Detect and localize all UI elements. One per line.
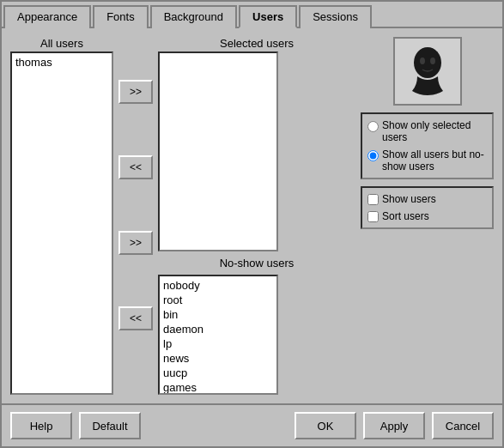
list-item[interactable]: news [161, 351, 275, 366]
list-item[interactable]: uucp [161, 366, 275, 380]
selected-users-list[interactable] [158, 51, 278, 251]
checkbox-sort-users[interactable] [367, 211, 379, 222]
svg-point-1 [420, 58, 425, 64]
tab-users[interactable]: Users [239, 5, 297, 28]
bottom-right-buttons: OK Apply Cancel [295, 412, 494, 439]
radio-show-selected-input[interactable] [367, 121, 379, 132]
radio-group: Show only selected users Show all users … [361, 112, 494, 179]
cancel-button[interactable]: Cancel [432, 412, 494, 439]
all-users-list[interactable]: thomas [10, 51, 113, 395]
no-show-list[interactable]: nobody root bin daemon lp news uucp game… [158, 275, 278, 395]
list-item[interactable]: daemon [161, 322, 275, 336]
checkbox-show-users[interactable] [367, 194, 379, 205]
default-button[interactable]: Default [79, 412, 141, 439]
tab-appearance[interactable]: Appearance [3, 5, 91, 28]
no-show-label: No-show users [220, 257, 295, 269]
bottom-bar: Help Default OK Apply Cancel [2, 403, 502, 446]
tab-sessions[interactable]: Sessions [299, 5, 372, 28]
svg-point-0 [414, 47, 441, 78]
list-item[interactable]: nobody [161, 278, 275, 293]
ok-button[interactable]: OK [295, 412, 356, 439]
list-item[interactable]: bin [161, 307, 275, 322]
add-to-noshow-button[interactable]: >> [118, 231, 153, 255]
all-users-column: All users thomas [10, 37, 113, 395]
selected-arrows: >> << >> << [118, 37, 153, 395]
columns-wrapper: All users thomas >> << >> << [10, 37, 494, 395]
selected-users-label: Selected users [220, 37, 294, 50]
all-users-label: All users [40, 37, 83, 50]
selected-users-section: Selected users [158, 37, 355, 251]
radio-show-selected[interactable]: Show only selected users [367, 119, 487, 143]
apply-button[interactable]: Apply [363, 412, 425, 439]
checkbox-show-users-label[interactable]: Show users [367, 193, 487, 205]
tab-fonts[interactable]: Fonts [93, 5, 149, 28]
content-area: All users thomas >> << >> << [2, 28, 502, 403]
list-item[interactable]: root [161, 293, 275, 307]
svg-point-2 [430, 58, 435, 64]
list-item[interactable]: games [161, 380, 275, 395]
center-column: Selected users No-show users nobody root… [158, 37, 355, 395]
no-show-section: No-show users nobody root bin daemon lp … [158, 257, 355, 395]
remove-from-selected-button[interactable]: << [118, 155, 153, 179]
checkbox-sort-users-label[interactable]: Sort users [367, 210, 487, 222]
checkbox-group: Show users Sort users [361, 186, 494, 229]
remove-from-noshow-button[interactable]: << [118, 306, 153, 330]
help-button[interactable]: Help [10, 412, 72, 439]
list-item[interactable]: thomas [14, 55, 110, 70]
list-item[interactable]: lp [161, 336, 275, 351]
tab-background[interactable]: Background [150, 5, 237, 28]
right-column: Show only selected users Show all users … [361, 37, 494, 395]
tab-bar: Appearance Fonts Background Users Sessio… [2, 2, 502, 28]
radio-show-all[interactable]: Show all users but no-show users [367, 148, 487, 173]
bottom-left-buttons: Help Default [10, 412, 141, 439]
main-window: Appearance Fonts Background Users Sessio… [0, 0, 504, 448]
avatar-icon [402, 44, 453, 100]
radio-show-all-input[interactable] [367, 150, 379, 161]
add-to-selected-button[interactable]: >> [118, 80, 153, 104]
user-avatar [393, 37, 462, 106]
